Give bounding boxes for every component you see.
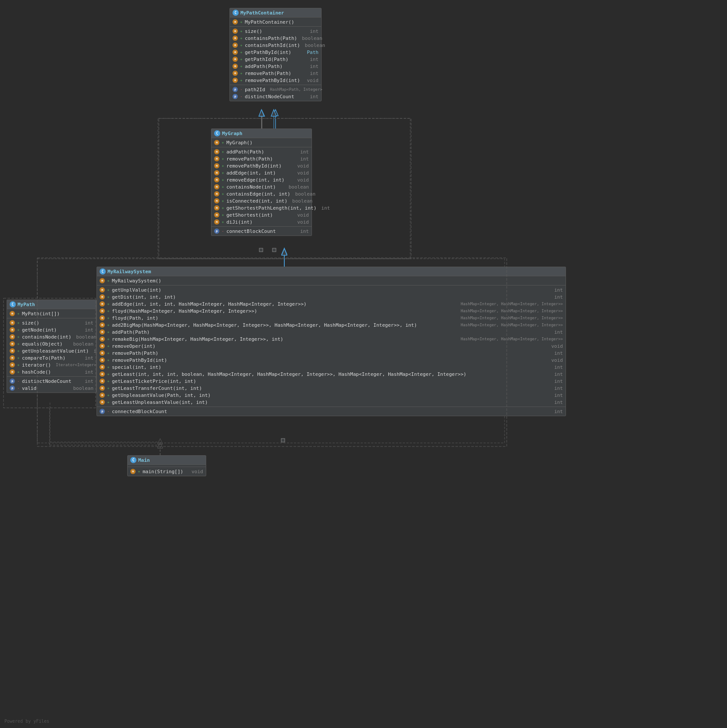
field-row: p - path2Id HashMap<Path, Integer> <box>230 86 321 93</box>
method-icon: m <box>233 19 238 25</box>
method-row: m + addPath(Path) int <box>230 63 321 70</box>
method-row: m + removePath(Path) int <box>230 70 321 77</box>
svg-marker-26 <box>158 442 163 448</box>
svg-rect-27 <box>281 439 285 442</box>
vis-icon: + <box>239 20 244 24</box>
method-row: m + removePathById(int) void <box>230 77 321 84</box>
svg-marker-11 <box>158 439 163 444</box>
m-icon: m <box>233 29 238 34</box>
method-row: m + getPathId(Path) int <box>230 56 321 63</box>
svg-marker-20 <box>282 249 287 255</box>
svg-marker-15 <box>271 110 276 116</box>
mypath-name: MyPath <box>18 302 35 307</box>
svg-rect-17 <box>259 248 263 252</box>
myrailwaysystem-header: C MyRailwaySystem <box>97 267 566 276</box>
method-row: m + getPathById(int) Path <box>230 49 321 56</box>
constructor-name: MyPathContainer() <box>245 19 319 25</box>
myrailwaysystem-body: m + MyRailwaySystem() m + getUnplValue(i… <box>97 276 566 416</box>
mygraph-body: m + MyGraph() m + addPath(Path) int m + … <box>211 138 312 236</box>
svg-marker-1 <box>259 111 265 116</box>
method-row: m + containsPath(Path) boolean <box>230 35 321 42</box>
mygraph-class: C MyGraph m + MyGraph() m + addPath(Path… <box>211 128 312 236</box>
mypath-container-body: m + MyPathContainer() m + size() int m +… <box>230 18 321 101</box>
class-icon-c: C <box>233 10 239 16</box>
svg-rect-18 <box>272 248 276 252</box>
mygraph-name: MyGraph <box>222 131 242 136</box>
mypath-body: m + MyPath(int[]) m + size() int m + get… <box>7 309 96 393</box>
main-class: C Main m + main(String[]) void <box>127 455 206 476</box>
svg-marker-3 <box>273 110 278 116</box>
constructor-row: m + MyPathContainer() <box>230 18 321 25</box>
mypath-container-class: C MyPathContainer m + MyPathContainer() … <box>229 8 322 101</box>
mypath-container-header: C MyPathContainer <box>230 8 321 18</box>
main-body: m + main(String[]) void <box>128 465 206 476</box>
myrailwaysystem-name: MyRailwaySystem <box>107 269 151 275</box>
myrailwaysystem-class: C MyRailwaySystem m + MyRailwaySystem() … <box>97 267 566 416</box>
svg-marker-6 <box>282 248 287 254</box>
mygraph-header: C MyGraph <box>211 129 312 138</box>
mypath-class: C MyPath m + MyPath(int[]) m + size() in… <box>7 300 97 393</box>
main-name: Main <box>138 457 150 463</box>
powered-by-label: Powered by yFiles <box>4 719 49 724</box>
mypath-container-name: MyPathContainer <box>240 10 284 16</box>
diagram-canvas: C MyPathContainer m + MyPathContainer() … <box>0 0 727 728</box>
method-row: m + size() int <box>230 28 321 35</box>
main-header: C Main <box>128 456 206 465</box>
method-row: m + containsPathId(int) boolean <box>230 42 321 49</box>
mypath-header: C MyPath <box>7 300 96 309</box>
field-row: p - distinctNodeCount int <box>230 93 321 100</box>
svg-marker-13 <box>259 110 264 116</box>
